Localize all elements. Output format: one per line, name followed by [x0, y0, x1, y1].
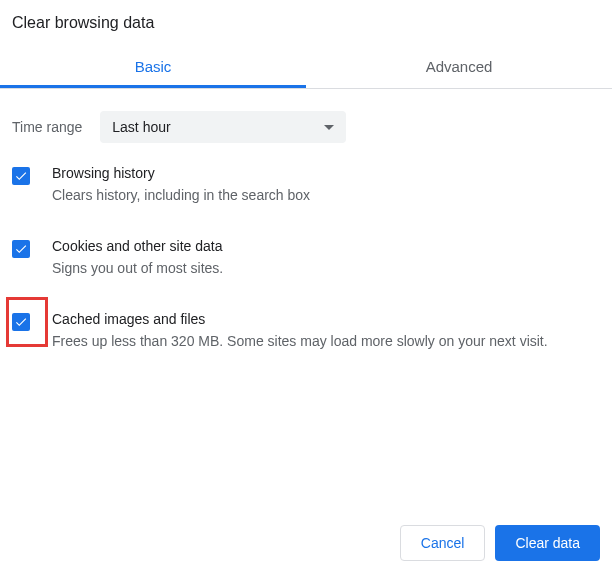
option-title: Browsing history	[52, 165, 600, 181]
tabs: Basic Advanced	[0, 46, 612, 89]
dialog-footer: Cancel Clear data	[400, 525, 600, 561]
option-title: Cookies and other site data	[52, 238, 600, 254]
option-cache: Cached images and files Frees up less th…	[12, 311, 600, 352]
time-range-row: Time range Last hour	[0, 89, 612, 165]
option-title: Cached images and files	[52, 311, 600, 327]
cancel-button[interactable]: Cancel	[400, 525, 486, 561]
option-text: Cached images and files Frees up less th…	[52, 311, 600, 352]
checkbox-cookies[interactable]	[12, 240, 30, 258]
checkbox-cache[interactable]	[12, 313, 30, 331]
checkbox-browsing-history[interactable]	[12, 167, 30, 185]
option-browsing-history: Browsing history Clears history, includi…	[12, 165, 600, 206]
check-icon	[14, 169, 28, 183]
options-list: Browsing history Clears history, includi…	[0, 165, 612, 352]
option-desc: Clears history, including in the search …	[52, 185, 600, 206]
option-cookies: Cookies and other site data Signs you ou…	[12, 238, 600, 279]
option-desc: Signs you out of most sites.	[52, 258, 600, 279]
option-desc: Frees up less than 320 MB. Some sites ma…	[52, 331, 600, 352]
dialog-title: Clear browsing data	[0, 0, 612, 46]
clear-data-button[interactable]: Clear data	[495, 525, 600, 561]
time-range-dropdown[interactable]: Last hour	[100, 111, 346, 143]
check-icon	[14, 242, 28, 256]
time-range-label: Time range	[12, 119, 82, 135]
option-text: Cookies and other site data Signs you ou…	[52, 238, 600, 279]
tab-advanced[interactable]: Advanced	[306, 46, 612, 88]
option-text: Browsing history Clears history, includi…	[52, 165, 600, 206]
chevron-down-icon	[324, 125, 334, 130]
time-range-selected: Last hour	[112, 119, 170, 135]
check-icon	[14, 315, 28, 329]
tab-basic[interactable]: Basic	[0, 46, 306, 88]
